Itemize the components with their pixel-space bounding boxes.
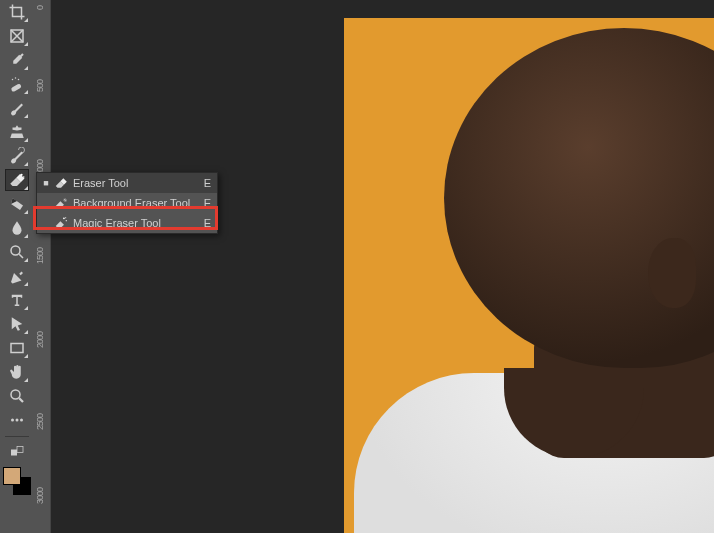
svg-point-2 bbox=[11, 79, 13, 81]
ruler-tick: 3000 bbox=[35, 488, 45, 504]
history-brush-tool[interactable] bbox=[5, 145, 29, 167]
svg-point-3 bbox=[14, 77, 16, 79]
foreground-color-swatch[interactable] bbox=[3, 467, 21, 485]
svg-point-12 bbox=[20, 419, 23, 422]
flyout-item-shortcut: E bbox=[204, 197, 211, 209]
ruler-tick: 2500 bbox=[35, 414, 45, 430]
svg-point-5 bbox=[20, 174, 22, 176]
svg-rect-14 bbox=[17, 447, 23, 453]
flyout-item-label: Magic Eraser Tool bbox=[71, 217, 204, 229]
dodge-tool[interactable] bbox=[5, 241, 29, 263]
hand-tool[interactable] bbox=[5, 361, 29, 383]
ruler-tick: 0 bbox=[35, 6, 45, 10]
edit-toolbar[interactable] bbox=[5, 409, 29, 431]
svg-rect-1 bbox=[10, 83, 21, 92]
gradient-tool[interactable] bbox=[5, 193, 29, 215]
path-selection-tool[interactable] bbox=[5, 313, 29, 335]
flyout-item-label: Eraser Tool bbox=[71, 177, 204, 189]
blur-tool[interactable] bbox=[5, 217, 29, 239]
ruler-tick: 2000 bbox=[35, 332, 45, 348]
ruler-tick: 500 bbox=[35, 80, 45, 92]
eraser-tool-flyout: ■ Eraser Tool E Background Eraser Tool E… bbox=[36, 172, 218, 234]
svg-rect-8 bbox=[11, 344, 23, 353]
svg-point-9 bbox=[11, 390, 20, 399]
healing-brush-tool[interactable] bbox=[5, 73, 29, 95]
color-swatches[interactable] bbox=[3, 467, 31, 495]
image-region-ear bbox=[648, 238, 696, 308]
brush-tool[interactable] bbox=[5, 97, 29, 119]
svg-point-4 bbox=[17, 79, 19, 81]
svg-point-17 bbox=[66, 220, 67, 221]
flyout-item-shortcut: E bbox=[204, 177, 211, 189]
toolbar-divider bbox=[5, 436, 29, 437]
svg-point-7 bbox=[11, 246, 20, 255]
frame-tool[interactable] bbox=[5, 25, 29, 47]
eraser-icon bbox=[51, 176, 71, 190]
clone-stamp-tool[interactable] bbox=[5, 121, 29, 143]
ruler-tick: 1500 bbox=[35, 248, 45, 264]
svg-rect-13 bbox=[11, 450, 17, 456]
eraser-tool[interactable] bbox=[5, 169, 29, 191]
background-eraser-icon bbox=[51, 196, 71, 210]
magic-eraser-icon bbox=[51, 216, 71, 230]
svg-point-6 bbox=[23, 176, 25, 178]
tools-panel bbox=[0, 0, 33, 533]
flyout-item-shortcut: E bbox=[204, 217, 211, 229]
eyedropper-tool[interactable] bbox=[5, 49, 29, 71]
flyout-item-background-eraser[interactable]: Background Eraser Tool E bbox=[37, 193, 217, 213]
document-image[interactable] bbox=[344, 18, 714, 533]
svg-point-18 bbox=[65, 217, 66, 218]
flyout-item-eraser[interactable]: ■ Eraser Tool E bbox=[37, 173, 217, 193]
pen-tool[interactable] bbox=[5, 265, 29, 287]
svg-point-16 bbox=[63, 217, 65, 219]
crop-tool[interactable] bbox=[5, 1, 29, 23]
rectangle-tool[interactable] bbox=[5, 337, 29, 359]
toolbar-extra[interactable] bbox=[5, 442, 29, 460]
svg-point-11 bbox=[15, 419, 18, 422]
flyout-item-magic-eraser[interactable]: Magic Eraser Tool E bbox=[37, 213, 217, 233]
selection-indicator-icon: ■ bbox=[41, 178, 51, 188]
flyout-item-label: Background Eraser Tool bbox=[71, 197, 204, 209]
zoom-tool[interactable] bbox=[5, 385, 29, 407]
ruler-vertical[interactable]: 0 500 1000 1500 2000 2500 3000 bbox=[33, 0, 51, 533]
type-tool[interactable] bbox=[5, 289, 29, 311]
image-region-head bbox=[444, 28, 714, 368]
svg-point-10 bbox=[11, 419, 14, 422]
